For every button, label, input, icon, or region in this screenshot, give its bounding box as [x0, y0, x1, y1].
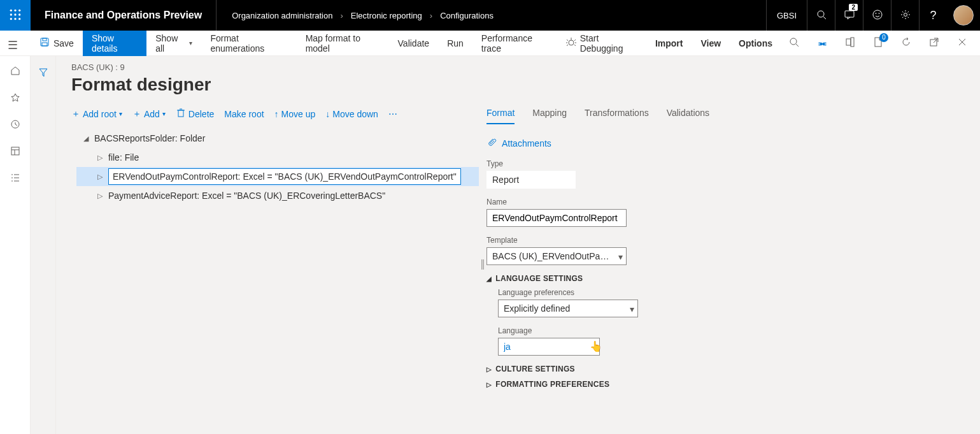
- command-bar: ☰ Save Show details Show all ▾ Format en…: [0, 31, 980, 56]
- search-icon: [816, 10, 827, 22]
- pane-splitter[interactable]: ‖: [479, 108, 486, 419]
- tree-row[interactable]: ◢ BACSReportsFolder: Folder: [76, 129, 479, 148]
- modules-nav[interactable]: [1, 166, 29, 191]
- notifications-button[interactable]: 2: [835, 0, 863, 31]
- tab-transformations[interactable]: Transformations: [585, 108, 649, 124]
- start-debugging-button[interactable]: Start Debugging: [557, 31, 646, 56]
- name-label: Name: [486, 198, 965, 206]
- settings-button[interactable]: [891, 0, 919, 31]
- content-area: BACS (UK) : 9 Format designer ＋Add root▾…: [56, 56, 980, 434]
- import-button[interactable]: Import: [646, 31, 692, 56]
- home-nav[interactable]: [1, 59, 29, 84]
- map-format-label: Map format to model: [306, 33, 380, 54]
- expand-icon[interactable]: ▷: [96, 154, 104, 162]
- move-down-button[interactable]: ↓Move down: [325, 109, 378, 119]
- tab-format[interactable]: Format: [486, 108, 515, 124]
- expand-icon[interactable]: ▷: [96, 192, 104, 200]
- feedback-button[interactable]: [863, 0, 891, 31]
- recent-nav[interactable]: [1, 112, 29, 138]
- svg-rect-11: [845, 11, 854, 17]
- tab-validations[interactable]: Validations: [667, 108, 709, 124]
- collapse-icon[interactable]: ◢: [82, 134, 90, 143]
- designer-body: ＋Add root▾ ＋Add▾ Delete Make root ↑Move …: [71, 108, 965, 419]
- add-root-button[interactable]: ＋Add root▾: [71, 108, 122, 120]
- tree-row-selected[interactable]: ▷ ERVendOutPaymControlReport: Excel = "B…: [76, 167, 479, 186]
- close-button[interactable]: [949, 31, 975, 56]
- attach-button[interactable]: ⫘: [809, 31, 835, 56]
- office-button[interactable]: [837, 31, 863, 56]
- lang-pref-select[interactable]: Explicitly defined ▾: [498, 300, 638, 317]
- view-button[interactable]: View: [692, 31, 730, 56]
- delete-button[interactable]: Delete: [176, 108, 214, 120]
- save-button[interactable]: Save: [31, 31, 83, 56]
- map-format-button[interactable]: Map format to model: [297, 31, 389, 56]
- svg-point-2: [18, 9, 20, 11]
- make-root-button[interactable]: Make root: [224, 109, 264, 119]
- breadcrumb-item[interactable]: Organization administration: [232, 11, 332, 20]
- expand-icon[interactable]: ▷: [96, 173, 104, 181]
- nav-toggle-button[interactable]: ☰: [8, 38, 18, 52]
- chevron-down-icon: ▾: [630, 304, 634, 314]
- tree-label: ERVendOutPaymControlReport: Excel = "BAC…: [108, 168, 461, 185]
- template-select[interactable]: BACS (UK)_ERVendOutPaymC... ▾: [486, 247, 627, 265]
- office-icon: [845, 37, 855, 49]
- options-button[interactable]: Options: [730, 31, 781, 56]
- company-picker[interactable]: GBSI: [766, 0, 807, 31]
- grip-icon: ‖: [480, 257, 485, 270]
- cmd-search-button[interactable]: [781, 31, 807, 56]
- formatting-preferences-header[interactable]: ▷ FORMATTING PREFERENCES: [486, 380, 965, 389]
- attachments-link[interactable]: Attachments: [486, 137, 965, 149]
- app-launcher-button[interactable]: [0, 0, 31, 31]
- show-all-button[interactable]: Show all ▾: [146, 31, 201, 56]
- save-label: Save: [53, 38, 74, 48]
- main: BACS (UK) : 9 Format designer ＋Add root▾…: [0, 56, 980, 434]
- svg-point-1: [14, 9, 16, 11]
- culture-settings-header[interactable]: ▷ CULTURE SETTINGS: [486, 365, 965, 373]
- list-icon: [10, 173, 20, 185]
- tab-mapping[interactable]: Mapping: [532, 108, 567, 124]
- options-label: Options: [739, 38, 772, 48]
- waffle-icon: [9, 8, 22, 23]
- open-badge: 0: [879, 33, 888, 42]
- filter-button[interactable]: [38, 68, 48, 434]
- workspaces-nav[interactable]: [1, 139, 29, 164]
- run-button[interactable]: Run: [438, 31, 472, 56]
- search-button[interactable]: [807, 0, 835, 31]
- svg-point-5: [18, 13, 20, 15]
- move-up-button[interactable]: ↑Move up: [274, 109, 316, 119]
- breadcrumb-item[interactable]: Configurations: [440, 11, 494, 20]
- svg-point-7: [14, 18, 16, 20]
- svg-point-19: [569, 40, 574, 45]
- open-button[interactable]: 0: [865, 31, 891, 56]
- chevron-down-icon: ▾: [162, 110, 166, 117]
- chevron-right-icon: ›: [340, 11, 343, 20]
- search-icon: [789, 37, 799, 49]
- refresh-button[interactable]: [893, 31, 919, 56]
- show-details-button[interactable]: Show details: [83, 31, 146, 56]
- run-label: Run: [447, 38, 464, 48]
- format-enumerations-button[interactable]: Format enumerations: [201, 31, 296, 56]
- tree-row[interactable]: ▷ file: File: [76, 148, 479, 167]
- tree-row[interactable]: ▷ PaymentAdviceReport: Excel = "BACS (UK…: [76, 186, 479, 205]
- language-input[interactable]: [498, 338, 600, 356]
- favorites-nav[interactable]: [1, 85, 29, 111]
- more-button[interactable]: ⋯: [388, 109, 397, 119]
- help-button[interactable]: ?: [919, 0, 947, 31]
- breadcrumb-item[interactable]: Electronic reporting: [351, 11, 422, 20]
- chevron-down-icon: ▾: [189, 40, 192, 47]
- name-input[interactable]: [486, 209, 627, 227]
- start-debug-label: Start Debugging: [580, 33, 637, 54]
- smile-icon: [872, 10, 883, 22]
- language-settings-header[interactable]: ◢ LANGUAGE SETTINGS: [486, 274, 965, 283]
- performance-trace-button[interactable]: Performance trace: [472, 31, 557, 56]
- field-language: Language 👆: [498, 326, 965, 356]
- validate-button[interactable]: Validate: [389, 31, 439, 56]
- expand-icon: ▷: [486, 381, 492, 388]
- avatar[interactable]: [953, 5, 974, 25]
- command-bar-right: ⫘ 0: [781, 31, 980, 56]
- svg-point-20: [790, 38, 797, 45]
- language-label: Language: [498, 326, 965, 335]
- popout-button[interactable]: [921, 31, 947, 56]
- chevron-down-icon: ▾: [618, 252, 623, 262]
- add-button[interactable]: ＋Add▾: [132, 108, 166, 120]
